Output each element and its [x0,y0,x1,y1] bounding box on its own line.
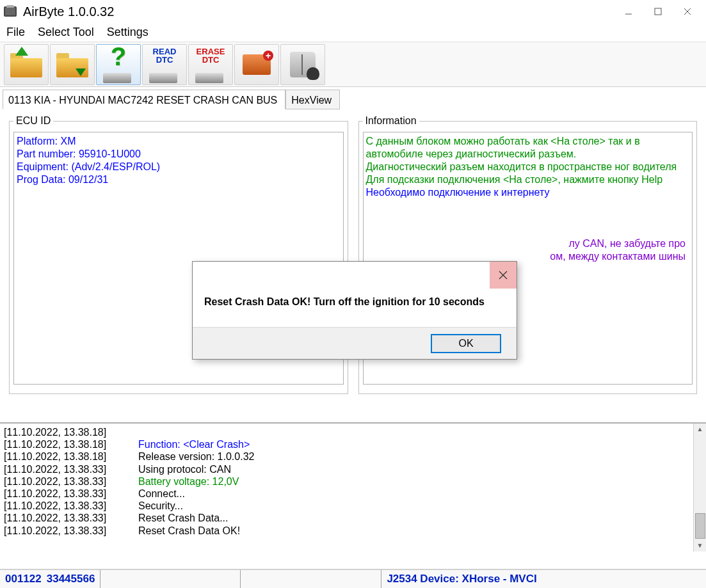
log-timestamp: [11.10.2022, 13.38.33] [4,500,138,512]
scroll-down-icon[interactable]: ▼ [694,540,706,552]
tab-bar: 0113 KIA - HYUNDAI MAC7242 RESET CRASH C… [0,87,706,109]
toolbar-save-button[interactable] [50,44,95,85]
folder-open-icon [10,52,42,77]
status-code2: 33445566 [47,573,100,585]
log-row: [11.10.2022, 13.38.33]Using protocol: CA… [4,463,702,475]
menu-select-tool[interactable]: Select Tool [38,26,94,39]
log-panel: [11.10.2022, 13.38.18][11.10.2022, 13.38… [0,422,706,552]
toolbar: ? READDTC ERASEDTC [0,42,706,87]
hdd-icon [195,73,223,83]
status-empty-segment [241,570,381,588]
status-device: J2534 Device: XHorse - MVCI [381,573,706,585]
log-message: Security... [138,500,183,512]
toolbar-read-dtc-button[interactable]: READDTC [142,44,187,85]
log-message: Using protocol: CAN [138,463,231,475]
log-message: Release version: 1.0.0.32 [138,450,254,463]
log-message: Connect... [138,488,185,500]
toolbar-manual-button[interactable] [280,44,325,85]
log-row: [11.10.2022, 13.38.33]Reset Crash Data..… [4,512,702,524]
log-row: [11.10.2022, 13.38.18]Release version: 1… [4,450,702,463]
log-timestamp: [11.10.2022, 13.38.33] [4,475,138,488]
log-timestamp: [11.10.2022, 13.38.33] [4,488,138,500]
toolbar-open-button[interactable] [4,44,49,85]
toolbar-help-button[interactable]: ? [96,44,141,85]
app-icon [4,6,17,17]
ecu-partnumber: Part number: 95910-1U000 [17,148,341,161]
dialog-message: Reset Crash Data OK! Turn off the igniti… [193,289,517,327]
log-message: Reset Crash Data OK! [138,525,240,537]
log-row: [11.10.2022, 13.38.18]Function: <Clear C… [4,438,702,450]
info-line: Диагностический разъем находится в прост… [366,161,690,173]
ecu-platform: Platform: XM [17,135,341,148]
toolbar-erase-dtc-button[interactable]: ERASEDTC [188,44,233,85]
log-timestamp: [11.10.2022, 13.38.18] [4,426,138,438]
log-row: [11.10.2022, 13.38.33]Reset Crash Data O… [4,525,702,537]
log-timestamp: [11.10.2022, 13.38.33] [4,463,138,475]
ecu-progdata: Prog Data: 09/12/31 [17,173,341,186]
log-timestamp: [11.10.2022, 13.38.33] [4,512,138,524]
svg-rect-1 [655,8,661,15]
status-bar: 001122 33445566 J2534 Device: XHorse - M… [0,569,706,588]
info-line-partial: лу CAN, не забудьте про [366,237,690,250]
log-row: [11.10.2022, 13.38.33]Connect... [4,488,702,500]
information-legend: Information [363,115,419,127]
log-timestamp: [11.10.2022, 13.38.18] [4,450,138,463]
message-dialog: Reset Crash Data OK! Turn off the igniti… [192,261,517,360]
scroll-up-icon[interactable]: ▲ [694,424,706,435]
log-row: [11.10.2022, 13.38.18] [4,426,702,438]
log-scrollbar[interactable]: ▲ ▼ [693,424,706,552]
status-empty-segment [100,570,241,588]
tab-main[interactable]: 0113 KIA - HYUNDAI MAC7242 RESET CRASH C… [3,90,285,109]
dialog-ok-button[interactable]: OK [431,334,501,353]
log-message: Battery voltage: 12,0V [138,475,239,488]
menu-settings[interactable]: Settings [107,26,148,39]
question-icon: ? [111,42,126,71]
log-row: [11.10.2022, 13.38.33]Battery voltage: 1… [4,475,702,488]
chip-icon [243,54,271,75]
status-code1: 001122 [0,573,47,585]
info-line: Необходимо подключение к интернету [366,186,690,199]
maximize-button[interactable] [643,2,673,21]
close-button[interactable] [673,2,702,21]
read-dtc-label: READDTC [143,47,186,64]
log-timestamp: [11.10.2022, 13.38.18] [4,438,138,450]
close-icon [498,270,508,280]
ecu-equipment: Equipment: (Adv/2.4/ESP/ROL) [17,161,341,173]
toolbar-add-chip-button[interactable] [234,44,279,85]
ecu-id-legend: ECU ID [13,115,53,127]
log-message: Function: <Clear Crash> [138,438,250,450]
window-title: AirByte 1.0.0.32 [23,4,114,19]
titlebar: AirByte 1.0.0.32 [0,0,706,23]
minimize-button[interactable] [614,2,643,21]
tab-hexview[interactable]: HexView [285,90,340,109]
menubar: File Select Tool Settings [0,23,706,42]
book-icon [290,52,316,77]
info-line: С данным блоком можно работать как <На с… [366,135,690,161]
hdd-icon [149,73,177,83]
menu-file[interactable]: File [6,26,25,39]
log-row: [11.10.2022, 13.38.33]Security... [4,500,702,512]
hdd-icon [103,73,131,83]
log-list: [11.10.2022, 13.38.18][11.10.2022, 13.38… [0,424,706,552]
info-line: Для подсказки подключения <На столе>, на… [366,173,690,186]
log-message: Reset Crash Data... [138,512,229,524]
dialog-close-button[interactable] [490,262,517,289]
folder-save-icon [56,52,88,77]
log-timestamp: [11.10.2022, 13.38.33] [4,525,138,537]
erase-dtc-label: ERASEDTC [189,47,232,64]
scroll-thumb[interactable] [695,513,705,539]
